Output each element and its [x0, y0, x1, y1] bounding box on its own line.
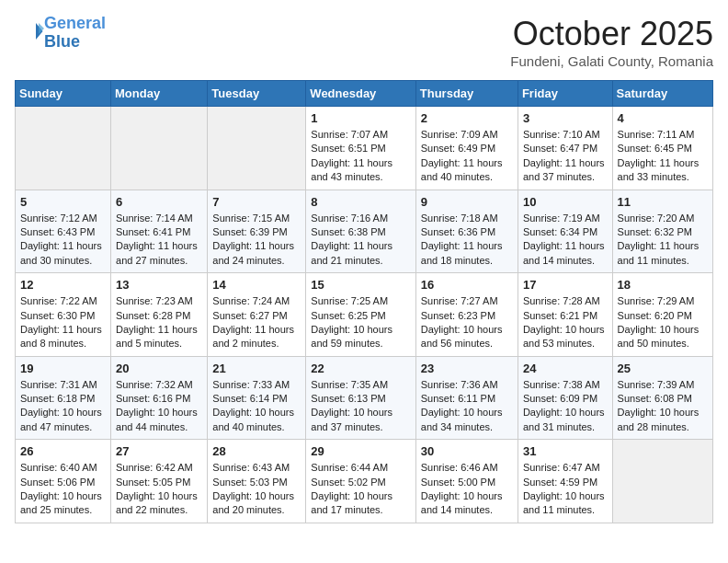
- calendar-week-2: 5Sunrise: 7:12 AM Sunset: 6:43 PM Daylig…: [16, 190, 713, 273]
- calendar-cell: 1Sunrise: 7:07 AM Sunset: 6:51 PM Daylig…: [306, 107, 415, 190]
- day-info: Sunrise: 7:16 AM Sunset: 6:38 PM Dayligh…: [311, 212, 410, 269]
- calendar-cell: 2Sunrise: 7:09 AM Sunset: 6:49 PM Daylig…: [415, 107, 518, 190]
- day-info: Sunrise: 7:36 AM Sunset: 6:11 PM Dayligh…: [421, 378, 513, 435]
- day-info: Sunrise: 6:42 AM Sunset: 5:05 PM Dayligh…: [116, 461, 202, 518]
- logo-text: General Blue: [44, 15, 106, 52]
- calendar-cell: 11Sunrise: 7:20 AM Sunset: 6:32 PM Dayli…: [612, 190, 712, 273]
- day-number: 23: [421, 362, 513, 375]
- calendar-table: SundayMondayTuesdayWednesdayThursdayFrid…: [15, 80, 713, 523]
- calendar-cell: 31Sunrise: 6:47 AM Sunset: 4:59 PM Dayli…: [518, 440, 612, 523]
- day-number: 14: [212, 278, 301, 292]
- calendar-cell: 10Sunrise: 7:19 AM Sunset: 6:34 PM Dayli…: [518, 190, 612, 273]
- day-number: 17: [523, 278, 608, 292]
- day-info: Sunrise: 7:15 AM Sunset: 6:39 PM Dayligh…: [212, 212, 301, 269]
- day-info: Sunrise: 7:09 AM Sunset: 6:49 PM Dayligh…: [421, 128, 513, 185]
- calendar-cell: 26Sunrise: 6:40 AM Sunset: 5:06 PM Dayli…: [16, 440, 111, 523]
- day-header-thursday: Thursday: [415, 81, 518, 107]
- calendar-cell: 7Sunrise: 7:15 AM Sunset: 6:39 PM Daylig…: [208, 190, 306, 273]
- page-title: October 2025: [510, 15, 713, 53]
- calendar-cell: 12Sunrise: 7:22 AM Sunset: 6:30 PM Dayli…: [16, 273, 111, 357]
- day-info: Sunrise: 6:47 AM Sunset: 4:59 PM Dayligh…: [523, 461, 608, 518]
- day-number: 10: [523, 195, 608, 209]
- day-number: 24: [523, 362, 608, 375]
- day-number: 9: [421, 195, 513, 209]
- day-info: Sunrise: 7:33 AM Sunset: 6:14 PM Dayligh…: [212, 378, 301, 435]
- day-info: Sunrise: 7:20 AM Sunset: 6:32 PM Dayligh…: [618, 212, 708, 269]
- day-header-tuesday: Tuesday: [208, 81, 306, 107]
- day-info: Sunrise: 7:35 AM Sunset: 6:13 PM Dayligh…: [311, 378, 410, 435]
- day-number: 25: [618, 362, 708, 375]
- day-info: Sunrise: 7:14 AM Sunset: 6:41 PM Dayligh…: [116, 212, 202, 269]
- calendar-week-3: 12Sunrise: 7:22 AM Sunset: 6:30 PM Dayli…: [16, 273, 713, 357]
- calendar-body: 1Sunrise: 7:07 AM Sunset: 6:51 PM Daylig…: [16, 107, 713, 523]
- calendar-cell: 14Sunrise: 7:24 AM Sunset: 6:27 PM Dayli…: [208, 273, 306, 357]
- day-info: Sunrise: 7:19 AM Sunset: 6:34 PM Dayligh…: [523, 212, 608, 269]
- day-number: 31: [523, 444, 608, 458]
- day-info: Sunrise: 7:31 AM Sunset: 6:18 PM Dayligh…: [20, 378, 106, 435]
- calendar-cell: 21Sunrise: 7:33 AM Sunset: 6:14 PM Dayli…: [208, 356, 306, 440]
- day-info: Sunrise: 6:46 AM Sunset: 5:00 PM Dayligh…: [421, 461, 513, 518]
- calendar-cell: 25Sunrise: 7:39 AM Sunset: 6:08 PM Dayli…: [612, 356, 712, 440]
- calendar-cell: 29Sunrise: 6:44 AM Sunset: 5:02 PM Dayli…: [306, 440, 415, 523]
- calendar-cell: [612, 440, 712, 523]
- calendar-cell: [208, 107, 306, 190]
- day-header-saturday: Saturday: [612, 81, 712, 107]
- day-info: Sunrise: 7:22 AM Sunset: 6:30 PM Dayligh…: [20, 294, 106, 351]
- day-number: 18: [618, 278, 708, 292]
- day-info: Sunrise: 7:28 AM Sunset: 6:21 PM Dayligh…: [523, 294, 608, 351]
- logo-line2: Blue: [44, 32, 80, 51]
- calendar-cell: 16Sunrise: 7:27 AM Sunset: 6:23 PM Dayli…: [415, 273, 518, 357]
- calendar-cell: [16, 107, 111, 190]
- day-number: 28: [212, 444, 301, 458]
- day-number: 30: [421, 444, 513, 458]
- logo-line1: General: [44, 14, 106, 32]
- day-info: Sunrise: 7:25 AM Sunset: 6:25 PM Dayligh…: [311, 294, 410, 351]
- day-info: Sunrise: 7:10 AM Sunset: 6:47 PM Dayligh…: [523, 128, 608, 185]
- day-number: 21: [212, 362, 301, 375]
- day-number: 3: [523, 111, 608, 125]
- calendar-week-4: 19Sunrise: 7:31 AM Sunset: 6:18 PM Dayli…: [16, 356, 713, 440]
- day-info: Sunrise: 7:24 AM Sunset: 6:27 PM Dayligh…: [212, 294, 301, 351]
- calendar-cell: 27Sunrise: 6:42 AM Sunset: 5:05 PM Dayli…: [111, 440, 208, 523]
- day-number: 19: [20, 362, 106, 375]
- calendar-cell: 17Sunrise: 7:28 AM Sunset: 6:21 PM Dayli…: [518, 273, 612, 357]
- day-number: 1: [311, 111, 410, 125]
- day-number: 20: [116, 362, 202, 375]
- calendar-cell: 6Sunrise: 7:14 AM Sunset: 6:41 PM Daylig…: [111, 190, 208, 273]
- calendar-cell: 20Sunrise: 7:32 AM Sunset: 6:16 PM Dayli…: [111, 356, 208, 440]
- day-number: 11: [618, 195, 708, 209]
- day-info: Sunrise: 7:18 AM Sunset: 6:36 PM Dayligh…: [421, 212, 513, 269]
- day-number: 8: [311, 195, 410, 209]
- calendar-header-row: SundayMondayTuesdayWednesdayThursdayFrid…: [16, 81, 713, 107]
- calendar-cell: 19Sunrise: 7:31 AM Sunset: 6:18 PM Dayli…: [16, 356, 111, 440]
- calendar-cell: 22Sunrise: 7:35 AM Sunset: 6:13 PM Dayli…: [306, 356, 415, 440]
- page-subtitle: Fundeni, Galati County, Romania: [510, 53, 713, 69]
- day-info: Sunrise: 7:23 AM Sunset: 6:28 PM Dayligh…: [116, 294, 202, 351]
- calendar-cell: 15Sunrise: 7:25 AM Sunset: 6:25 PM Dayli…: [306, 273, 415, 357]
- logo-icon: [17, 17, 44, 45]
- day-info: Sunrise: 7:07 AM Sunset: 6:51 PM Dayligh…: [311, 128, 410, 185]
- calendar-cell: 13Sunrise: 7:23 AM Sunset: 6:28 PM Dayli…: [111, 273, 208, 357]
- day-header-sunday: Sunday: [16, 81, 111, 107]
- calendar-cell: [111, 107, 208, 190]
- day-number: 29: [311, 444, 410, 458]
- day-info: Sunrise: 7:11 AM Sunset: 6:45 PM Dayligh…: [618, 128, 708, 185]
- day-info: Sunrise: 7:32 AM Sunset: 6:16 PM Dayligh…: [116, 378, 202, 435]
- day-info: Sunrise: 7:29 AM Sunset: 6:20 PM Dayligh…: [618, 294, 708, 351]
- logo: General Blue: [15, 15, 106, 52]
- calendar-cell: 24Sunrise: 7:38 AM Sunset: 6:09 PM Dayli…: [518, 356, 612, 440]
- day-number: 5: [20, 195, 106, 209]
- day-info: Sunrise: 7:12 AM Sunset: 6:43 PM Dayligh…: [20, 212, 106, 269]
- calendar-cell: 9Sunrise: 7:18 AM Sunset: 6:36 PM Daylig…: [415, 190, 518, 273]
- day-number: 27: [116, 444, 202, 458]
- calendar-week-1: 1Sunrise: 7:07 AM Sunset: 6:51 PM Daylig…: [16, 107, 713, 190]
- day-info: Sunrise: 6:43 AM Sunset: 5:03 PM Dayligh…: [212, 461, 301, 518]
- day-info: Sunrise: 7:39 AM Sunset: 6:08 PM Dayligh…: [618, 378, 708, 435]
- day-number: 2: [421, 111, 513, 125]
- calendar-cell: 28Sunrise: 6:43 AM Sunset: 5:03 PM Dayli…: [208, 440, 306, 523]
- calendar-cell: 23Sunrise: 7:36 AM Sunset: 6:11 PM Dayli…: [415, 356, 518, 440]
- day-number: 15: [311, 278, 410, 292]
- day-header-friday: Friday: [518, 81, 612, 107]
- calendar-cell: 3Sunrise: 7:10 AM Sunset: 6:47 PM Daylig…: [518, 107, 612, 190]
- day-number: 13: [116, 278, 202, 292]
